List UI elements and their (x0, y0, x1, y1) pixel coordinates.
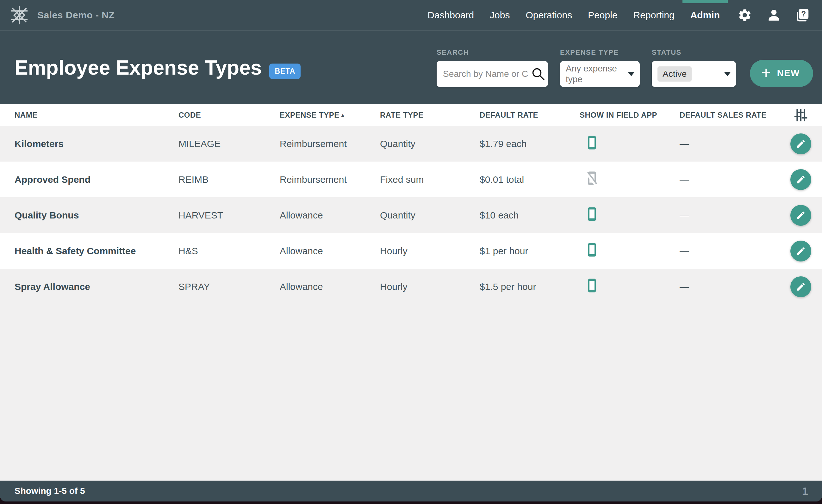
status-filter-group: STATUS Active (652, 48, 736, 87)
pencil-icon (796, 139, 806, 149)
rate-type: Hourly (380, 281, 480, 292)
expense-type-category: Reimbursement (280, 174, 380, 185)
expense-type-code: HARVEST (178, 210, 280, 221)
beta-badge: BETA (269, 64, 301, 79)
expense-type-name: Approved Spend (0, 174, 178, 185)
expense-type-code: SPRAY (178, 281, 280, 292)
top-navbar: Sales Demo - NZ Dashboard Jobs Operation… (0, 0, 822, 31)
nav-item-reporting[interactable]: Reporting (626, 0, 683, 30)
gear-icon (738, 8, 752, 22)
chevron-down-icon (628, 72, 635, 76)
default-rate: $0.01 total (480, 174, 580, 185)
filter-bar: SEARCH EXPENSE TYPE Any expense type S (437, 48, 813, 87)
pencil-icon (796, 282, 806, 292)
table-body: Kilometers MILEAGE Reimbursement Quantit… (0, 126, 822, 304)
expense-type-label: EXPENSE TYPE (560, 48, 640, 57)
main-nav: Dashboard Jobs Operations People Reporti… (420, 0, 728, 30)
search-icon[interactable] (531, 67, 545, 81)
nav-item-operations[interactable]: Operations (518, 0, 580, 30)
default-sales-rate: — (680, 246, 780, 256)
table-row[interactable]: Kilometers MILEAGE Reimbursement Quantit… (0, 126, 822, 162)
table-row[interactable]: Health & Safety Committee H&S Allowance … (0, 233, 822, 269)
default-sales-rate: — (680, 281, 780, 292)
page-number[interactable]: 1 (802, 485, 808, 497)
rate-type: Quantity (380, 210, 480, 221)
help-button[interactable]: ? (795, 8, 811, 23)
nav-item-admin[interactable]: Admin (683, 0, 728, 30)
page-header: Employee Expense Types BETA SEARCH EXPEN… (0, 31, 822, 104)
expense-type-filter-group: EXPENSE TYPE Any expense type (560, 48, 640, 87)
empty-table-area (0, 304, 822, 481)
show-in-field-app-phone-icon (587, 242, 597, 257)
column-header-rate-type[interactable]: RATE TYPE (380, 111, 480, 120)
show-in-field-app-phone-off-icon (587, 171, 597, 186)
table-row[interactable]: Quality Bonus HARVEST Allowance Quantity… (0, 197, 822, 233)
column-settings-icon (794, 108, 808, 122)
column-settings-button[interactable] (794, 108, 808, 122)
pagination-footer: Showing 1-5 of 5 1 (0, 481, 822, 504)
search-label: SEARCH (437, 48, 548, 57)
table-header-row: NAME CODE EXPENSE TYPE▲ RATE TYPE DEFAUL… (0, 104, 822, 126)
person-icon (767, 8, 781, 22)
rate-type: Hourly (380, 246, 480, 256)
show-in-field-app-phone-icon (587, 135, 597, 150)
svg-text:?: ? (801, 9, 806, 18)
column-header-show-in-field-app[interactable]: SHOW IN FIELD APP (580, 111, 680, 120)
pagination-bar: Showing 1-5 of 5 1 (0, 481, 822, 501)
expense-type-name: Kilometers (0, 138, 178, 149)
expense-type-name: Health & Safety Committee (0, 246, 178, 256)
nav-item-people[interactable]: People (580, 0, 625, 30)
column-header-expense-type[interactable]: EXPENSE TYPE▲ (280, 111, 380, 120)
chevron-down-icon (724, 72, 731, 76)
expense-type-category: Allowance (280, 210, 380, 221)
pencil-icon (796, 175, 806, 185)
nav-item-dashboard[interactable]: Dashboard (420, 0, 482, 30)
column-header-code[interactable]: CODE (178, 111, 280, 120)
settings-button[interactable] (737, 8, 752, 23)
edit-button[interactable] (790, 276, 811, 297)
expense-type-value: Any expense type (566, 63, 628, 84)
table-row[interactable]: Approved Spend REIMB Reimbursement Fixed… (0, 162, 822, 197)
default-sales-rate: — (680, 210, 780, 221)
expense-type-select[interactable]: Any expense type (560, 61, 640, 87)
pencil-icon (796, 210, 806, 220)
column-header-default-sales-rate[interactable]: DEFAULT SALES RATE (680, 111, 780, 120)
default-rate: $1.79 each (480, 138, 580, 149)
results-summary: Showing 1-5 of 5 (15, 486, 85, 496)
page-title: Employee Expense Types (15, 56, 262, 79)
rate-type: Quantity (380, 138, 480, 149)
organisation-name: Sales Demo - NZ (37, 10, 114, 21)
show-in-field-app-phone-icon (587, 278, 597, 293)
default-rate: $1 per hour (480, 246, 580, 256)
app-window: Sales Demo - NZ Dashboard Jobs Operation… (0, 0, 822, 504)
table-row[interactable]: Spray Allowance SPRAY Allowance Hourly $… (0, 269, 822, 304)
edit-button[interactable] (790, 241, 811, 261)
account-button[interactable] (766, 8, 782, 23)
default-rate: $10 each (480, 210, 580, 221)
nav-item-jobs[interactable]: Jobs (482, 0, 518, 30)
status-label: STATUS (652, 48, 736, 57)
default-sales-rate: — (680, 138, 780, 149)
title-row: Employee Expense Types BETA (15, 56, 301, 79)
brand[interactable]: Sales Demo - NZ (9, 5, 114, 25)
expense-type-name: Quality Bonus (0, 210, 178, 221)
status-chip: Active (658, 66, 692, 82)
nav-icon-group: ? (737, 8, 811, 23)
edit-button[interactable] (790, 205, 811, 226)
default-rate: $1.5 per hour (480, 281, 580, 292)
pencil-icon (796, 246, 806, 256)
edit-button[interactable] (790, 169, 811, 190)
search-group: SEARCH (437, 48, 548, 87)
search-box (437, 61, 548, 87)
expense-type-code: REIMB (178, 174, 280, 185)
column-header-name[interactable]: NAME (0, 111, 178, 120)
search-input[interactable] (442, 69, 528, 79)
status-select[interactable]: Active (652, 61, 736, 87)
expense-type-category: Allowance (280, 281, 380, 292)
new-button-label: NEW (777, 68, 800, 78)
expense-type-name: Spray Allowance (0, 281, 178, 292)
show-in-field-app-phone-icon (587, 206, 597, 222)
column-header-default-rate[interactable]: DEFAULT RATE (480, 111, 580, 120)
edit-button[interactable] (790, 133, 811, 154)
new-button[interactable]: + NEW (750, 60, 813, 87)
